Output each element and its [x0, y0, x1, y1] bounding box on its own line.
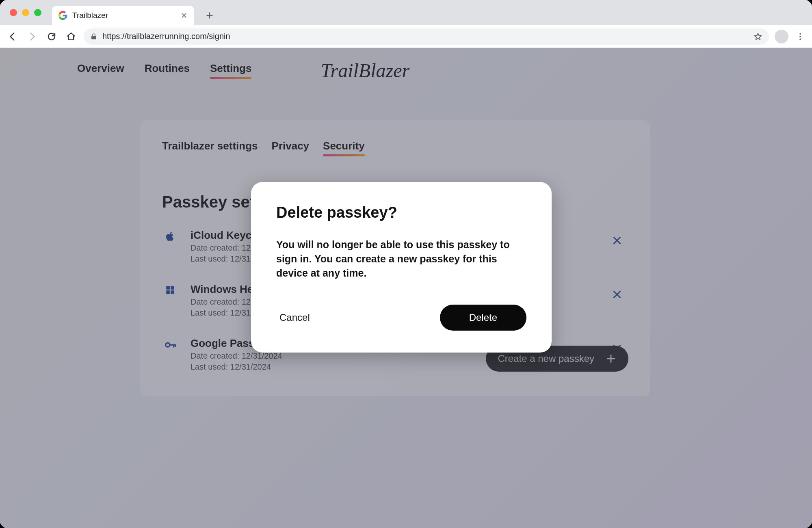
- dialog-actions: Cancel Delete: [276, 305, 526, 331]
- tab-close-icon[interactable]: [180, 12, 188, 19]
- cancel-button[interactable]: Cancel: [276, 307, 313, 328]
- svg-point-1: [799, 36, 801, 37]
- favicon-google-icon: [58, 11, 67, 20]
- window-zoom-icon[interactable]: [34, 9, 41, 16]
- delete-button[interactable]: Delete: [440, 305, 526, 331]
- profile-avatar[interactable]: [775, 30, 788, 43]
- page-viewport: Overview Routines Settings TrailBlazer T…: [0, 48, 812, 528]
- svg-point-0: [799, 33, 801, 35]
- home-button[interactable]: [64, 30, 78, 43]
- delete-passkey-dialog: Delete passkey? You will no longer be ab…: [251, 182, 552, 353]
- dialog-title: Delete passkey?: [276, 204, 526, 221]
- bookmark-star-icon[interactable]: [754, 32, 762, 41]
- browser-tab[interactable]: Trailblazer: [52, 6, 194, 25]
- window-minimize-icon[interactable]: [22, 9, 29, 16]
- browser-tab-title: Trailblazer: [72, 11, 175, 20]
- browser-window: Trailblazer https://trailblazerrunning.c…: [0, 0, 812, 528]
- window-close-icon[interactable]: [10, 9, 17, 16]
- address-bar-url: https://trailblazerrunning.com/signin: [102, 32, 749, 41]
- forward-button[interactable]: [25, 30, 39, 43]
- new-tab-button[interactable]: [201, 7, 218, 24]
- window-controls: [7, 0, 46, 25]
- address-bar[interactable]: https://trailblazerrunning.com/signin: [84, 28, 769, 45]
- browser-toolbar: https://trailblazerrunning.com/signin: [0, 25, 812, 48]
- lock-icon: [90, 33, 97, 40]
- browser-tab-strip: Trailblazer: [0, 0, 812, 25]
- browser-menu-button[interactable]: [794, 32, 806, 41]
- svg-point-2: [799, 38, 801, 40]
- back-button[interactable]: [6, 30, 19, 43]
- dialog-body: You will no longer be able to use this p…: [276, 238, 526, 280]
- reload-button[interactable]: [45, 30, 58, 43]
